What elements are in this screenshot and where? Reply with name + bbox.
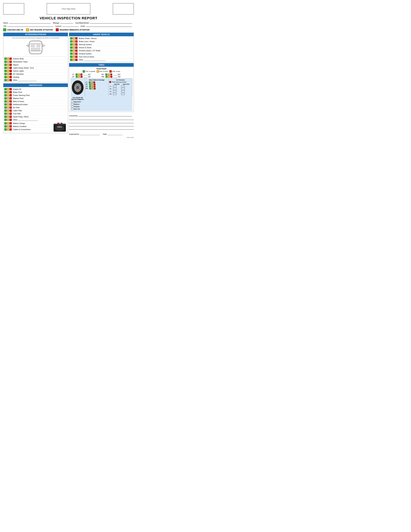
red-status-sq[interactable] xyxy=(75,49,77,52)
red-status-sq[interactable] xyxy=(9,106,12,109)
yellow-status-sq[interactable] xyxy=(7,70,9,72)
email-input[interactable] xyxy=(86,25,132,27)
green-status-sq[interactable] xyxy=(4,64,7,66)
red-status-sq[interactable] xyxy=(9,94,12,96)
green-status-sq[interactable] xyxy=(4,125,7,127)
yellow-status-sq[interactable] xyxy=(73,43,75,46)
red-status-sq[interactable] xyxy=(9,97,12,99)
red-status-sq[interactable] xyxy=(9,64,12,66)
green-status-sq[interactable] xyxy=(4,70,7,72)
rf-before-input[interactable] xyxy=(113,88,117,90)
red-status-sq[interactable] xyxy=(9,128,12,131)
red-status-sq[interactable] xyxy=(75,37,77,39)
green-status-sq[interactable] xyxy=(4,91,7,93)
lr-oem-input[interactable] xyxy=(121,90,125,92)
yellow-status-sq[interactable] xyxy=(7,113,9,115)
comments-line-4[interactable] xyxy=(69,124,134,126)
comments-line-5[interactable] xyxy=(69,127,134,130)
yellow-status-sq[interactable] xyxy=(7,128,9,131)
year-make-model-input[interactable] xyxy=(90,21,132,24)
yellow-status-sq[interactable] xyxy=(7,103,9,105)
red-status-sq[interactable] xyxy=(9,73,12,75)
red-status-sq[interactable] xyxy=(9,79,12,81)
red-status-sq[interactable] xyxy=(9,100,12,103)
yellow-status-sq[interactable] xyxy=(7,116,9,118)
red-status-sq[interactable] xyxy=(9,119,12,121)
yellow-status-sq[interactable] xyxy=(7,106,9,109)
license-input[interactable] xyxy=(63,25,79,27)
red-status-sq[interactable] xyxy=(9,57,12,60)
new-tire-checkbox[interactable] xyxy=(71,108,73,110)
red-status-sq[interactable] xyxy=(9,67,12,69)
green-status-sq[interactable] xyxy=(4,100,7,103)
yellow-status-sq[interactable] xyxy=(73,40,75,43)
yellow-status-sq[interactable] xyxy=(73,56,75,58)
red-status-sq[interactable] xyxy=(9,103,12,105)
vin-input[interactable] xyxy=(7,25,53,27)
mileage-input[interactable] xyxy=(60,21,73,24)
yellow-status-sq[interactable] xyxy=(7,119,9,121)
yellow-status-sq[interactable] xyxy=(7,100,9,103)
yellow-status-sq[interactable] xyxy=(73,37,75,39)
green-status-sq[interactable] xyxy=(4,103,7,105)
green-status-sq[interactable] xyxy=(70,49,72,52)
yellow-status-sq[interactable] xyxy=(7,64,9,66)
green-status-sq[interactable] xyxy=(4,116,7,118)
green-status-sq[interactable] xyxy=(4,97,7,99)
red-status-sq[interactable] xyxy=(9,70,12,72)
green-status-sq[interactable] xyxy=(70,53,72,55)
yellow-status-sq[interactable] xyxy=(7,79,9,81)
green-status-sq[interactable] xyxy=(4,94,7,96)
green-status-sq[interactable] xyxy=(4,79,7,81)
green-status-sq[interactable] xyxy=(4,106,7,109)
red-status-sq[interactable] xyxy=(9,109,12,112)
green-status-sq[interactable] xyxy=(70,37,72,39)
green-status-sq[interactable] xyxy=(4,67,7,69)
green-status-sq[interactable] xyxy=(4,113,7,115)
red-status-sq[interactable] xyxy=(9,76,12,78)
green-status-sq[interactable] xyxy=(4,57,7,60)
balance-checkbox[interactable] xyxy=(71,103,73,105)
green-status-sq[interactable] xyxy=(70,43,72,46)
red-status-sq[interactable] xyxy=(75,40,77,43)
green-status-sq[interactable] xyxy=(4,128,7,131)
alignment-checkbox[interactable] xyxy=(71,101,73,103)
yellow-status-sq[interactable] xyxy=(73,53,75,55)
red-status-sq[interactable] xyxy=(9,116,12,118)
red-status-sq[interactable] xyxy=(75,53,77,55)
red-status-sq[interactable] xyxy=(75,56,77,58)
rr-before-input[interactable] xyxy=(113,93,117,95)
green-status-sq[interactable] xyxy=(70,56,72,58)
green-status-sq[interactable] xyxy=(4,109,7,112)
green-status-sq[interactable] xyxy=(4,73,7,75)
red-status-sq[interactable] xyxy=(9,91,12,93)
rr-oem-input[interactable] xyxy=(121,93,125,95)
yellow-status-sq[interactable] xyxy=(7,97,9,99)
comments-line-3[interactable] xyxy=(69,121,134,123)
red-status-sq[interactable] xyxy=(9,88,12,90)
yellow-status-sq[interactable] xyxy=(7,91,9,93)
lr-before-input[interactable] xyxy=(113,90,117,92)
comments-line-2[interactable] xyxy=(69,118,134,120)
yellow-status-sq[interactable] xyxy=(73,47,75,49)
green-status-sq[interactable] xyxy=(70,40,72,43)
red-status-sq[interactable] xyxy=(9,113,12,115)
red-status-sq[interactable] xyxy=(9,122,12,124)
rotation-checkbox[interactable] xyxy=(71,105,73,107)
yellow-status-sq[interactable] xyxy=(73,59,75,61)
rf-oem-input[interactable] xyxy=(121,88,125,90)
green-status-sq[interactable] xyxy=(4,119,7,121)
yellow-status-sq[interactable] xyxy=(7,122,9,124)
red-status-sq[interactable] xyxy=(75,59,77,61)
name-input[interactable] xyxy=(9,21,51,24)
green-status-sq[interactable] xyxy=(70,59,72,61)
yellow-status-sq[interactable] xyxy=(7,109,9,112)
red-status-sq[interactable] xyxy=(9,125,12,127)
comments-line-1[interactable] xyxy=(79,114,132,116)
red-status-sq[interactable] xyxy=(9,61,12,63)
yellow-status-sq[interactable] xyxy=(7,57,9,60)
green-status-sq[interactable] xyxy=(4,61,7,63)
yellow-status-sq[interactable] xyxy=(7,88,9,90)
green-status-sq[interactable] xyxy=(4,122,7,124)
red-status-sq[interactable] xyxy=(75,43,77,46)
